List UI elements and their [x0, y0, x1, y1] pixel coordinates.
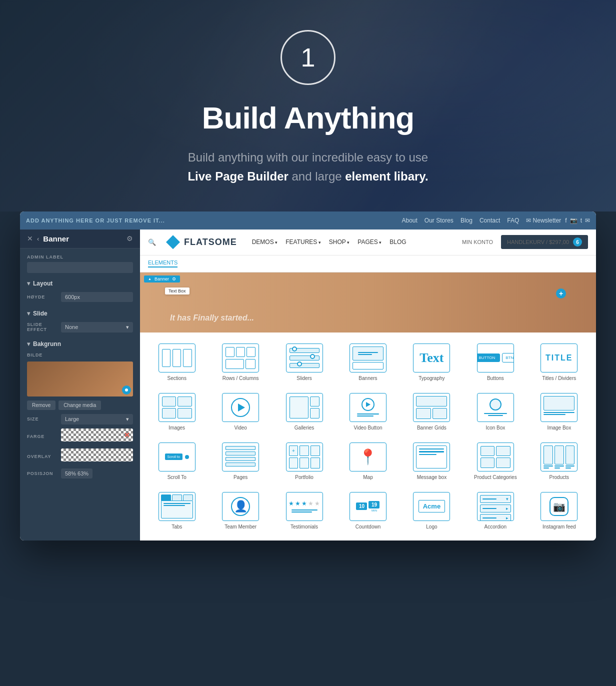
sidebar-header: ✕ ‹ Banner ⚙	[20, 230, 140, 248]
cart-button[interactable]: HANDLEKURV / $297,00 6	[501, 235, 588, 249]
element-team-member[interactable]: 👤 Team Member	[208, 486, 272, 536]
element-logo[interactable]: Acme Logo	[400, 486, 464, 536]
video-icon	[222, 393, 259, 422]
sliders-label: Sliders	[296, 376, 312, 381]
step-number: 1	[301, 44, 316, 70]
topbar-nav-about[interactable]: About	[402, 217, 417, 224]
element-product-categories[interactable]: Product Categories	[464, 436, 527, 486]
pages-label: Pages	[234, 474, 248, 480]
min-konto-link[interactable]: MIN KONTO	[462, 239, 493, 245]
posisjon-value[interactable]: 58% 63%	[61, 468, 92, 478]
element-map[interactable]: 📍 Map	[336, 436, 400, 486]
galleries-icon	[286, 393, 323, 422]
buttons-label: Buttons	[487, 376, 504, 381]
top-bar: ADD ANYTHING HERE OR JUST REMOVE IT... A…	[20, 212, 596, 230]
banner-settings-icon[interactable]: ⚙	[172, 276, 176, 282]
element-images[interactable]: Images	[145, 387, 208, 436]
message-box-label: Message box	[417, 474, 446, 480]
chevron-down-icon: ▾	[126, 324, 129, 330]
elements-panel: Sections	[140, 332, 596, 540]
hoyde-value[interactable]: 600px	[61, 292, 133, 302]
element-countdown[interactable]: 10 19 MIN Countdown	[336, 486, 400, 536]
admin-label-field: ADMIN LABEL	[27, 254, 133, 273]
remove-image-button[interactable]: Remove	[27, 400, 56, 410]
chevron-down-icon-size: ▾	[126, 416, 129, 422]
portfolio-label: Portfolio	[295, 474, 314, 480]
sliders-icon	[286, 344, 323, 372]
text-box-tag[interactable]: Text Box	[165, 288, 190, 294]
buttons-icon: BUTTON BTN	[477, 344, 514, 372]
close-icon[interactable]: ✕	[27, 234, 33, 242]
nav-blog[interactable]: BLOG	[390, 238, 406, 246]
slide-section-title: Slide	[27, 310, 133, 317]
element-titles[interactable]: TITLE Titles / Dividers	[528, 338, 591, 387]
images-icon	[158, 393, 196, 422]
overlay-color-swatch[interactable]	[61, 448, 133, 462]
image-buttons: Remove Change media	[27, 400, 133, 410]
hero-subtitle: Build anything with our incredible easy …	[10, 148, 606, 186]
element-accordion[interactable]: ▾ ▸ ▸	[464, 486, 527, 536]
video-label: Video	[234, 425, 246, 430]
slide-effect-label: SLIDE EFFECT	[27, 322, 57, 332]
farge-color-swatch[interactable]: ✕	[61, 428, 133, 442]
element-buttons[interactable]: BUTTON BTN Buttons	[464, 338, 527, 387]
gear-icon[interactable]: ⚙	[126, 234, 133, 242]
element-tabs[interactable]: Tabs	[145, 486, 208, 536]
scroll-to-icon: Scroll to	[158, 442, 196, 472]
add-element-button[interactable]: +	[556, 288, 566, 298]
element-instagram-feed[interactable]: 📷 Instagram feed	[528, 486, 591, 536]
element-icon-box[interactable]: Icon Box	[464, 387, 527, 436]
nav-demos[interactable]: DEMOS	[252, 238, 278, 246]
element-banners[interactable]: Banners	[336, 338, 400, 387]
site-nav: DEMOS FEATURES SHOP PAGES BLOG	[252, 238, 406, 246]
elements-nav-link[interactable]: ELEMENTS	[148, 260, 178, 268]
bilde-row: BILDE	[27, 352, 133, 358]
image-dot	[125, 388, 128, 392]
tabs-label: Tabs	[172, 524, 182, 530]
sidebar-panel-title: Banner	[43, 234, 69, 243]
galleries-label: Galleries	[294, 425, 314, 430]
topbar-nav-blog[interactable]: Blog	[460, 217, 472, 224]
element-testimonials[interactable]: ★ ★ ★ ★ ★	[272, 486, 336, 536]
element-message-box[interactable]: Message box	[400, 436, 464, 486]
back-icon[interactable]: ‹	[37, 235, 39, 242]
topbar-nav-newsletter[interactable]: ✉ Newsletter	[526, 217, 561, 224]
size-select[interactable]: Large ▾	[61, 414, 133, 424]
nav-features[interactable]: FEATURES	[286, 238, 321, 246]
element-products[interactable]: Products	[528, 436, 591, 486]
cart-label: HANDLEKURV / $297,00	[507, 239, 569, 245]
element-sliders[interactable]: Sliders	[272, 338, 336, 387]
team-member-icon: 👤	[222, 492, 259, 521]
topbar-nav-stores[interactable]: Our Stores	[424, 217, 454, 224]
social-instagram-icon: 📷	[570, 217, 578, 224]
topbar-nav-contact[interactable]: Contact	[480, 217, 500, 224]
admin-label-input[interactable]	[27, 262, 133, 273]
search-icon[interactable]: 🔍	[148, 238, 156, 246]
image-preview-overlay	[122, 386, 131, 394]
element-banner-grids[interactable]: Banner Grids	[400, 387, 464, 436]
topbar-nav-faq[interactable]: FAQ	[507, 217, 519, 224]
layout-section: Layout HØYDE 600px	[27, 280, 133, 302]
element-scroll-to[interactable]: Scroll to Scroll To	[145, 436, 208, 486]
map-icon: 📍	[350, 442, 386, 472]
instagram-feed-icon: 📷	[540, 492, 578, 521]
main-content: 🔍 FLATSOME DEMOS FEATURES SHOP PAGES BLO…	[140, 230, 596, 540]
element-video[interactable]: Video	[208, 387, 272, 436]
slide-section: Slide SLIDE EFFECT None ▾	[27, 310, 133, 332]
element-rows-columns[interactable]: Rows / Columns	[208, 338, 272, 387]
cart-count: 6	[573, 238, 582, 246]
element-video-button[interactable]: Video Button	[336, 387, 400, 436]
portfolio-icon: +	[286, 442, 323, 472]
nav-pages[interactable]: PAGES	[358, 238, 382, 246]
element-pages[interactable]: Pages	[208, 436, 272, 486]
element-portfolio[interactable]: +	[272, 436, 336, 486]
nav-shop[interactable]: SHOP	[329, 238, 350, 246]
element-galleries[interactable]: Galleries	[272, 387, 336, 436]
slide-effect-select[interactable]: None ▾	[61, 322, 133, 332]
banner-grids-label: Banner Grids	[417, 425, 446, 430]
element-typography[interactable]: Text Typography	[400, 338, 464, 387]
change-media-button[interactable]: Change media	[58, 400, 101, 410]
rows-columns-label: Rows / Columns	[222, 376, 259, 381]
element-sections[interactable]: Sections	[145, 338, 208, 387]
element-image-box[interactable]: Image Box	[528, 387, 591, 436]
